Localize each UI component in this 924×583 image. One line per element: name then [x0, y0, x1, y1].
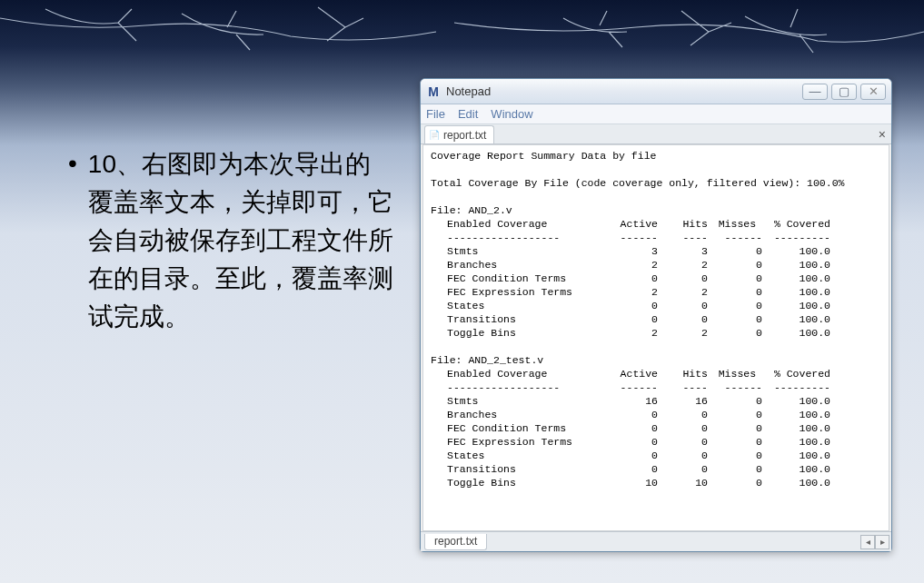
document-icon: 📄	[429, 130, 440, 141]
bottom-tab-report[interactable]: report.txt	[424, 534, 487, 550]
minimize-button[interactable]: —	[802, 84, 828, 100]
scroll-right-icon[interactable]: ▸	[875, 535, 889, 549]
scroll-left-icon[interactable]: ◂	[860, 535, 875, 549]
bullet-dot: •	[68, 145, 77, 182]
bullet-text: 10、右图即为本次导出的覆盖率文本，关掉即可，它会自动被保存到工程文件所在的目录…	[88, 145, 395, 336]
tab-label: report.txt	[443, 129, 486, 142]
menu-edit[interactable]: Edit	[458, 107, 478, 121]
window-title: Notepad	[446, 84, 802, 98]
report-content[interactable]: Coverage Report Summary Data by file Tot…	[422, 144, 889, 531]
titlebar[interactable]: M Notepad — ▢ ✕	[421, 79, 891, 104]
close-button[interactable]: ✕	[860, 84, 886, 100]
slide-bullet-content: • 10、右图即为本次导出的覆盖率文本，关掉即可，它会自动被保存到工程文件所在的…	[68, 145, 395, 336]
tab-report[interactable]: 📄 report.txt	[424, 125, 494, 143]
decorative-branches	[0, 0, 924, 82]
tab-bar: 📄 report.txt ×	[421, 124, 891, 144]
notepad-window: M Notepad — ▢ ✕ File Edit Window 📄 repor…	[420, 78, 892, 552]
maximize-button[interactable]: ▢	[831, 84, 857, 100]
menubar: File Edit Window	[421, 104, 891, 124]
tab-close-icon[interactable]: ×	[879, 127, 889, 142]
window-controls: — ▢ ✕	[802, 84, 886, 100]
bottom-tab-bar: report.txt ◂ ▸	[421, 531, 891, 551]
menu-window[interactable]: Window	[491, 107, 532, 121]
menu-file[interactable]: File	[426, 107, 445, 121]
tab-scroll-controls: ◂ ▸	[860, 535, 891, 549]
app-icon: M	[426, 84, 441, 99]
